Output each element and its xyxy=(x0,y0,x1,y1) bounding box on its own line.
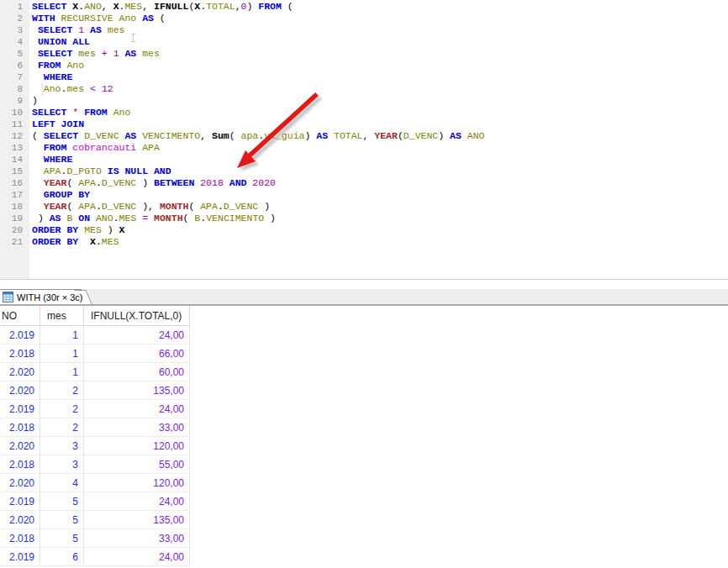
grid-cell[interactable]: 2 xyxy=(40,418,84,437)
table-row[interactable]: 2.020160,00 xyxy=(0,363,190,381)
grid-cell[interactable]: 1 xyxy=(40,344,84,363)
grid-cell[interactable]: 2.019 xyxy=(0,326,40,344)
table-row[interactable]: 2.0204120,00 xyxy=(0,474,190,492)
code-line[interactable]: ) AS B ON ANO.MES = MONTH( B.VENCIMENTO … xyxy=(32,213,485,224)
grid-cell[interactable]: 2.019 xyxy=(0,400,40,418)
grid-cell[interactable]: 2.018 xyxy=(0,455,40,474)
sql-query-editor[interactable]: 123456789101112131415161718192021 SELECT… xyxy=(0,0,728,280)
sql-token: 2018 xyxy=(200,177,224,188)
grid-body: 2.019124,002.018166,002.020160,002.02021… xyxy=(0,326,728,566)
code-line[interactable]: SELECT mes + 1 AS mes xyxy=(32,48,485,60)
code-line[interactable]: SELECT X.ANO, X.MES, IFNULL(X.TOTAL,0) F… xyxy=(32,1,485,13)
column-header-2[interactable]: IFNULL(X.TOTAL,0) xyxy=(84,306,190,326)
sql-token: APA xyxy=(44,166,61,176)
grid-cell[interactable]: 60,00 xyxy=(84,363,190,381)
result-tab-with[interactable]: WITH (30r × 3c) xyxy=(0,289,82,304)
sql-token: AS xyxy=(142,13,154,24)
grid-cell[interactable]: 2.019 xyxy=(0,548,40,566)
line-number: 18 xyxy=(0,201,23,213)
grid-cell[interactable]: 2.020 xyxy=(0,437,40,455)
code-line[interactable]: ORDER BY X.MES xyxy=(32,236,485,248)
grid-cell[interactable]: 2.019 xyxy=(0,492,40,511)
line-number: 12 xyxy=(0,130,23,142)
table-row[interactable]: 2.019624,00 xyxy=(0,548,190,566)
grid-cell[interactable]: 2.020 xyxy=(0,363,40,381)
code-line[interactable]: ) xyxy=(32,95,485,107)
grid-cell[interactable]: 24,00 xyxy=(84,400,190,418)
grid-cell[interactable]: 5 xyxy=(40,492,84,511)
column-header-0[interactable]: NO xyxy=(0,306,40,326)
grid-cell[interactable]: 2.018 xyxy=(0,529,40,548)
code-line[interactable]: APA.D_PGTO IS NULL AND xyxy=(32,166,485,177)
grid-cell[interactable]: 2 xyxy=(40,400,84,418)
table-row[interactable]: 2.0205135,00 xyxy=(0,511,190,529)
table-row[interactable]: 2.0202135,00 xyxy=(0,381,190,400)
code-line[interactable]: YEAR( APA.D_VENC ) BETWEEN 2018 AND 2020 xyxy=(32,177,485,189)
grid-cell[interactable]: 3 xyxy=(40,455,84,474)
sql-token: GROUP BY xyxy=(44,189,90,200)
code-line[interactable]: ORDER BY MES ) X xyxy=(32,224,485,236)
sql-token: AS xyxy=(124,130,142,141)
sql-token: ON xyxy=(78,213,96,224)
grid-cell[interactable]: 5 xyxy=(40,529,84,548)
grid-cell[interactable]: 2.018 xyxy=(0,344,40,363)
grid-cell[interactable]: 24,00 xyxy=(84,548,190,566)
code-line[interactable]: SELECT * FROM Ano xyxy=(32,107,485,118)
code-line[interactable]: FROM cobrancauti APA xyxy=(32,142,485,154)
sql-code-area[interactable]: SELECT X.ANO, X.MES, IFNULL(X.TOTAL,0) F… xyxy=(32,1,485,248)
grid-cell[interactable]: 33,00 xyxy=(84,418,190,437)
code-line[interactable]: ( SELECT D_VENC AS VENCIMENTO, Sum( apa.… xyxy=(32,130,485,142)
sql-token: ) xyxy=(264,213,276,224)
grid-cell[interactable]: 6 xyxy=(40,548,84,566)
grid-cell[interactable]: 2.020 xyxy=(0,474,40,492)
line-number: 11 xyxy=(0,118,23,130)
grid-cell[interactable]: 2 xyxy=(40,381,84,400)
code-line[interactable]: UNION ALL xyxy=(32,36,485,48)
grid-cell[interactable]: 24,00 xyxy=(84,492,190,511)
grid-cell[interactable]: 3 xyxy=(40,437,84,455)
grid-cell[interactable]: 1 xyxy=(40,363,84,381)
grid-cell[interactable]: 2.018 xyxy=(0,418,40,437)
grid-cell[interactable]: 33,00 xyxy=(84,529,190,548)
sql-token: ANO xyxy=(96,213,113,224)
grid-cell[interactable]: 120,00 xyxy=(84,474,190,492)
code-line[interactable]: WHERE xyxy=(32,71,485,83)
table-row[interactable]: 2.0203120,00 xyxy=(0,437,190,455)
table-row[interactable]: 2.018166,00 xyxy=(0,344,190,363)
grid-cell[interactable]: 2.020 xyxy=(0,511,40,529)
grid-cell[interactable]: 1 xyxy=(40,326,84,344)
column-header-1[interactable]: mes xyxy=(40,306,84,326)
table-row[interactable]: 2.018233,00 xyxy=(0,418,190,437)
table-row[interactable]: 2.019224,00 xyxy=(0,400,190,418)
grid-cell[interactable]: 120,00 xyxy=(84,437,190,455)
grid-cell[interactable]: 4 xyxy=(40,474,84,492)
sql-token: apa xyxy=(241,130,259,141)
sql-token: ) xyxy=(32,213,50,224)
code-line[interactable]: WHERE xyxy=(32,154,485,166)
grid-cell[interactable]: 2.020 xyxy=(0,381,40,400)
grid-cell[interactable]: 24,00 xyxy=(84,326,190,344)
sql-token: FROM xyxy=(38,60,67,71)
grid-cell[interactable]: 135,00 xyxy=(84,381,190,400)
sql-token xyxy=(32,36,38,47)
grid-cell[interactable]: 66,00 xyxy=(84,344,190,363)
line-number: 20 xyxy=(0,224,23,236)
grid-cell[interactable]: 5 xyxy=(40,511,84,529)
table-row[interactable]: 2.019124,00 xyxy=(0,326,190,344)
code-line[interactable]: YEAR( APA.D_VENC ), MONTH( APA.D_VENC ) xyxy=(32,201,485,213)
grid-cell[interactable]: 135,00 xyxy=(84,511,190,529)
table-row[interactable]: 2.018533,00 xyxy=(0,529,190,548)
sql-token xyxy=(148,213,154,224)
sql-token: TOTAL xyxy=(334,130,363,141)
code-line[interactable]: LEFT JOIN xyxy=(32,118,485,130)
code-line[interactable]: Ano.mes < 12 xyxy=(32,83,485,95)
table-row[interactable]: 2.019524,00 xyxy=(0,492,190,511)
code-line[interactable]: WITH RECURSIVE Ano AS ( xyxy=(32,13,485,24)
grid-cell[interactable]: 55,00 xyxy=(84,455,190,474)
code-line[interactable]: FROM Ano xyxy=(32,60,485,71)
sql-token: ( xyxy=(66,201,78,212)
code-line[interactable]: GROUP BY xyxy=(32,189,485,201)
table-row[interactable]: 2.018355,00 xyxy=(0,455,190,474)
code-line[interactable]: SELECT 1 AS mes xyxy=(32,24,485,36)
line-number: 14 xyxy=(0,154,23,166)
